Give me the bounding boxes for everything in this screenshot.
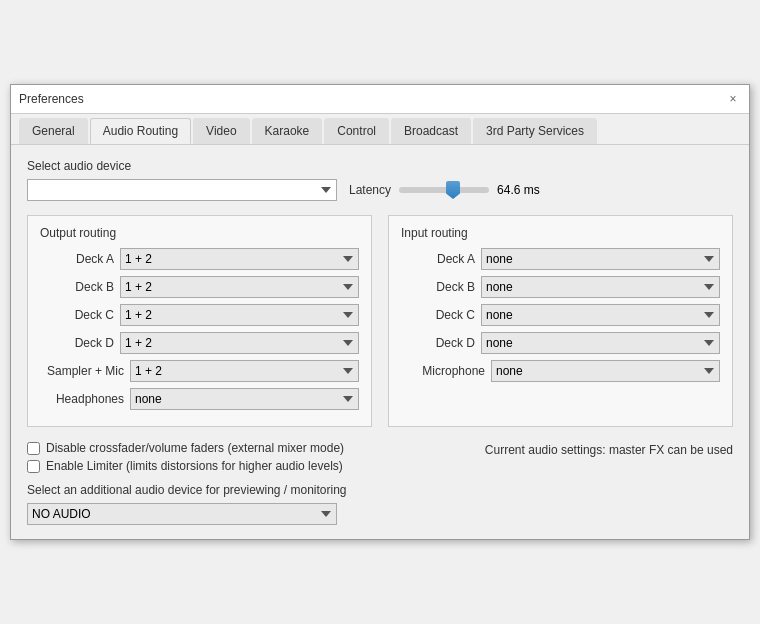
output-deck-d-label: Deck D (40, 336, 120, 350)
output-sampler-mic-row: Sampler + Mic 1 + 2 (40, 360, 359, 382)
limiter-row: Enable Limiter (limits distorsions for h… (27, 459, 733, 473)
output-deck-b-select[interactable]: 1 + 2 (120, 276, 359, 298)
tab-karaoke[interactable]: Karaoke (252, 118, 323, 144)
latency-slider[interactable] (399, 187, 489, 193)
input-deck-a-label: Deck A (401, 252, 481, 266)
output-deck-d-select[interactable]: 1 + 2 (120, 332, 359, 354)
output-routing-box: Output routing Deck A 1 + 2 Deck B 1 + 2… (27, 215, 372, 427)
crossfader-status-row: Disable crossfader/volume faders (extern… (27, 441, 733, 459)
input-deck-d-label: Deck D (401, 336, 481, 350)
output-deck-c-label: Deck C (40, 308, 120, 322)
output-deck-c-row: Deck C 1 + 2 (40, 304, 359, 326)
output-headphones-label: Headphones (40, 392, 130, 406)
input-microphone-row: Microphone none (401, 360, 720, 382)
status-text: Current audio settings: master FX can be… (485, 443, 733, 457)
checkboxes-section: Disable crossfader/volume faders (extern… (27, 441, 733, 473)
input-deck-b-select[interactable]: none (481, 276, 720, 298)
tab-3rd-party[interactable]: 3rd Party Services (473, 118, 597, 144)
output-headphones-select[interactable]: none (130, 388, 359, 410)
input-deck-c-row: Deck C none (401, 304, 720, 326)
tab-audio-routing[interactable]: Audio Routing (90, 118, 191, 144)
preview-select[interactable]: NO AUDIO (27, 503, 337, 525)
crossfader-label: Disable crossfader/volume faders (extern… (46, 441, 344, 455)
input-deck-d-select[interactable]: none (481, 332, 720, 354)
window-title: Preferences (19, 92, 84, 106)
slider-thumb (446, 181, 460, 199)
output-deck-b-label: Deck B (40, 280, 120, 294)
tab-control[interactable]: Control (324, 118, 389, 144)
output-deck-a-label: Deck A (40, 252, 120, 266)
titlebar: Preferences × (11, 85, 749, 114)
output-sampler-mic-select[interactable]: 1 + 2 (130, 360, 359, 382)
output-routing-title: Output routing (40, 226, 359, 240)
output-deck-a-select[interactable]: 1 + 2 (120, 248, 359, 270)
output-sampler-mic-label: Sampler + Mic (40, 364, 130, 378)
routing-section: Output routing Deck A 1 + 2 Deck B 1 + 2… (27, 215, 733, 427)
input-deck-b-row: Deck B none (401, 276, 720, 298)
output-deck-a-row: Deck A 1 + 2 (40, 248, 359, 270)
audio-device-row: Latency 64.6 ms (27, 179, 733, 201)
input-deck-a-select[interactable]: none (481, 248, 720, 270)
tab-video[interactable]: Video (193, 118, 249, 144)
input-deck-b-label: Deck B (401, 280, 481, 294)
audio-device-select[interactable] (27, 179, 337, 201)
latency-value: 64.6 ms (497, 183, 540, 197)
tab-broadcast[interactable]: Broadcast (391, 118, 471, 144)
close-button[interactable]: × (725, 91, 741, 107)
limiter-checkbox[interactable] (27, 460, 40, 473)
input-microphone-label: Microphone (401, 364, 491, 378)
preview-label: Select an additional audio device for pr… (27, 483, 733, 497)
input-deck-c-select[interactable]: none (481, 304, 720, 326)
input-microphone-select[interactable]: none (491, 360, 720, 382)
output-headphones-row: Headphones none (40, 388, 359, 410)
output-deck-b-row: Deck B 1 + 2 (40, 276, 359, 298)
audio-device-label: Select audio device (27, 159, 733, 173)
input-deck-c-label: Deck C (401, 308, 481, 322)
tab-general[interactable]: General (19, 118, 88, 144)
output-deck-d-row: Deck D 1 + 2 (40, 332, 359, 354)
input-routing-box: Input routing Deck A none Deck B none De… (388, 215, 733, 427)
latency-label: Latency (349, 183, 391, 197)
content-area: Select audio device Latency 64.6 ms Outp… (11, 145, 749, 539)
tab-bar: General Audio Routing Video Karaoke Cont… (11, 114, 749, 145)
input-deck-d-row: Deck D none (401, 332, 720, 354)
latency-row: Latency 64.6 ms (349, 183, 540, 197)
crossfader-row: Disable crossfader/volume faders (extern… (27, 441, 344, 455)
crossfader-checkbox[interactable] (27, 442, 40, 455)
limiter-label: Enable Limiter (limits distorsions for h… (46, 459, 343, 473)
preview-section: Select an additional audio device for pr… (27, 483, 733, 525)
preferences-window: Preferences × General Audio Routing Vide… (10, 84, 750, 540)
input-routing-title: Input routing (401, 226, 720, 240)
output-deck-c-select[interactable]: 1 + 2 (120, 304, 359, 326)
input-deck-a-row: Deck A none (401, 248, 720, 270)
